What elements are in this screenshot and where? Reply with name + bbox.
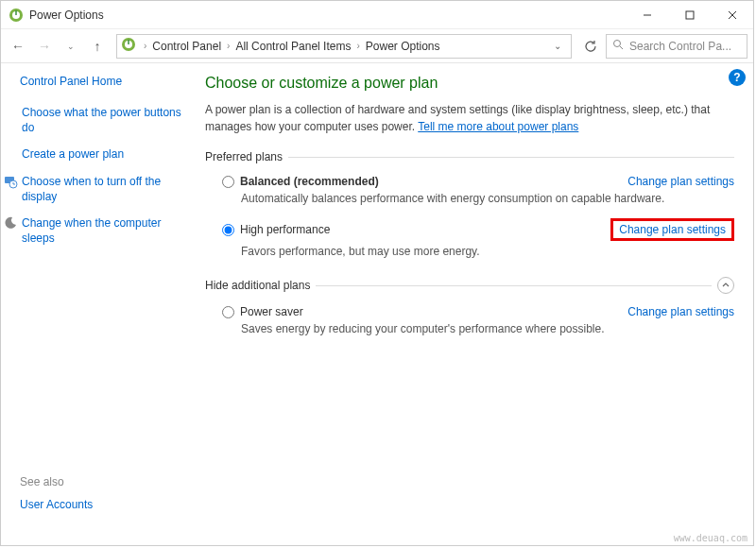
collapse-button[interactable] [717, 277, 734, 294]
plan-description: Favors performance, but may use more ene… [222, 241, 734, 258]
svg-rect-3 [686, 11, 694, 19]
user-accounts-link[interactable]: User Accounts [20, 498, 93, 511]
sidebar-item-computer-sleeps[interactable]: Change when the computer sleeps [22, 215, 190, 246]
plan-high-performance: High performance Change plan settings Fa… [205, 214, 734, 267]
control-panel-home-link[interactable]: Control Panel Home [20, 75, 190, 88]
sidebar-item-create-plan[interactable]: Create a power plan [22, 146, 124, 162]
tell-me-more-link[interactable]: Tell me more about power plans [418, 120, 578, 133]
plan-description: Automatically balances performance with … [222, 188, 734, 205]
close-button[interactable] [711, 1, 753, 29]
page-title: Choose or customize a power plan [205, 75, 734, 92]
search-input[interactable]: Search Control Pa... [606, 34, 747, 59]
chevron-right-icon: › [223, 41, 233, 51]
chevron-right-icon: › [352, 41, 363, 51]
help-icon[interactable]: ? [729, 69, 746, 86]
minimize-button[interactable] [626, 1, 668, 29]
breadcrumb[interactable]: Power Options [364, 40, 442, 53]
main-content: ? Choose or customize a power plan A pow… [199, 63, 753, 545]
titlebar: Power Options [1, 1, 753, 29]
svg-point-8 [614, 41, 621, 47]
window-title: Power Options [29, 9, 104, 22]
plan-description: Saves energy by reducing your computer's… [222, 318, 734, 335]
change-plan-settings-link[interactable]: Change plan settings [610, 218, 734, 241]
intro-text: A power plan is a collection of hardware… [205, 101, 734, 135]
divider [288, 157, 734, 158]
hide-additional-label: Hide additional plans [205, 279, 316, 292]
chevron-right-icon: › [140, 41, 150, 51]
plan-radio-high-performance[interactable]: High performance [222, 223, 330, 236]
plan-balanced: Balanced (recommended) Change plan setti… [205, 171, 734, 214]
search-icon [612, 39, 624, 53]
history-dropdown[interactable]: ⌄ [60, 35, 82, 58]
back-button[interactable]: ← [7, 35, 29, 58]
monitor-clock-icon [3, 174, 18, 189]
divider [316, 285, 712, 286]
address-dropdown[interactable]: ⌄ [548, 41, 567, 51]
refresh-button[interactable] [579, 35, 602, 58]
toolbar: ← → ⌄ ↑ › Control Panel › All Control Pa… [1, 29, 753, 63]
plan-radio-power-saver[interactable]: Power saver [222, 305, 303, 318]
power-options-icon [9, 8, 24, 23]
sidebar-item-power-buttons[interactable]: Choose what the power buttons do [22, 105, 190, 135]
change-plan-settings-link[interactable]: Change plan settings [627, 305, 734, 318]
preferred-plans-label: Preferred plans [205, 150, 288, 163]
plan-radio-balanced[interactable]: Balanced (recommended) [222, 175, 379, 188]
change-plan-settings-link[interactable]: Change plan settings [627, 175, 734, 188]
plan-power-saver: Power saver Change plan settings Saves e… [205, 301, 734, 345]
breadcrumb[interactable]: Control Panel [150, 40, 223, 53]
address-bar[interactable]: › Control Panel › All Control Panel Item… [116, 34, 572, 59]
breadcrumb[interactable]: All Control Panel Items [233, 40, 352, 53]
up-button[interactable]: ↑ [86, 35, 109, 58]
forward-button[interactable]: → [33, 35, 56, 58]
sidebar: Control Panel Home Choose what the power… [1, 63, 199, 545]
sidebar-item-turn-off-display[interactable]: Choose when to turn off the display [22, 174, 190, 204]
watermark: www.deuaq.com [674, 533, 747, 543]
see-also-label: See also [20, 475, 64, 488]
svg-line-9 [620, 46, 623, 49]
maximize-button[interactable] [668, 1, 711, 29]
moon-icon [3, 215, 18, 231]
power-options-icon [121, 37, 136, 55]
